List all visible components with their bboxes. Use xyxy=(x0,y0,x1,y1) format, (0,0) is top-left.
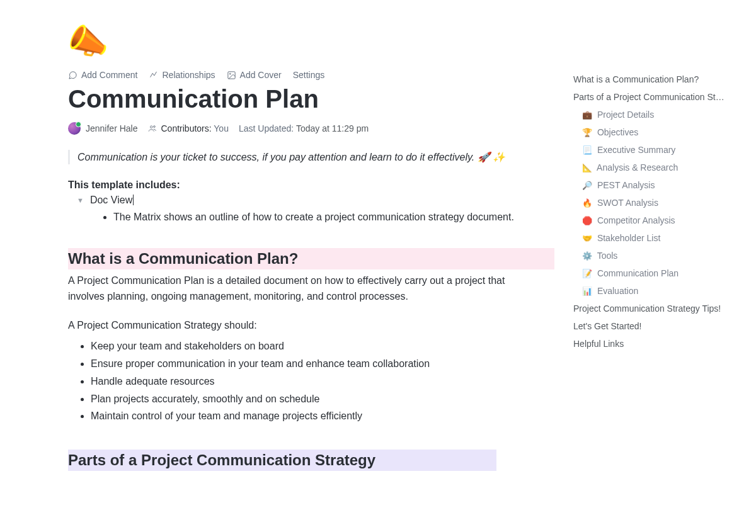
toc-link[interactable]: What is a Communication Plan? xyxy=(573,71,743,88)
toc-emoji-icon: 📊 xyxy=(582,286,592,296)
quote-block[interactable]: Communication is your ticket to success,… xyxy=(68,150,554,164)
doc-toolbar: Add Comment Relationships Add Cover Sett… xyxy=(68,70,554,80)
avatar xyxy=(68,122,81,135)
toc-emoji-icon: 📐 xyxy=(582,163,592,173)
relationships-label: Relationships xyxy=(162,70,215,80)
list-item[interactable]: The Matrix shows an outline of how to cr… xyxy=(113,210,554,225)
main-content: 📣 Add Comment Relationships Add Cover Se… xyxy=(0,0,573,532)
author-name: Jennifer Hale xyxy=(86,123,138,133)
section-heading-what-is[interactable]: What is a Communication Plan? xyxy=(68,248,554,269)
toc-sublink[interactable]: 📐 Analysis & Research xyxy=(573,159,743,176)
toc-emoji-icon: 🛑 xyxy=(582,216,592,225)
doc-view-label: Doc View xyxy=(90,195,134,206)
doc-meta: Jennifer Hale Contributors: You Last Upd… xyxy=(68,122,554,135)
toc-sublink[interactable]: 🔎 PEST Analysis xyxy=(573,176,743,194)
toc-emoji-icon: 💼 xyxy=(582,110,592,120)
toc-sublink[interactable]: 💼 Project Details xyxy=(573,106,743,123)
last-updated-label: Last Updated: xyxy=(239,123,294,133)
svg-point-3 xyxy=(153,126,155,128)
section1-para2[interactable]: A Project Communication Strategy should: xyxy=(68,318,534,334)
includes-list: The Matrix shows an outline of how to cr… xyxy=(68,210,554,225)
section1-para1[interactable]: A Project Communication Plan is a detail… xyxy=(68,273,534,305)
caret-down-icon: ▼ xyxy=(77,196,84,204)
toc-emoji-icon: 📃 xyxy=(582,145,592,155)
image-icon xyxy=(227,71,236,80)
svg-point-1 xyxy=(229,73,231,74)
toc-sublink[interactable]: 📝 Communication Plan xyxy=(573,264,743,282)
toc-emoji-icon: 📝 xyxy=(582,269,592,278)
toc-sublink[interactable]: 📃 Executive Summary xyxy=(573,141,743,159)
toc-emoji-icon: ⚙️ xyxy=(582,251,592,261)
add-comment-label: Add Comment xyxy=(81,70,137,80)
settings-label: Settings xyxy=(293,70,325,80)
template-includes-heading[interactable]: This template includes: xyxy=(68,179,554,191)
toc-link[interactable]: Project Communication Strategy Tips! xyxy=(573,300,743,317)
toc-link[interactable]: Helpful Links xyxy=(573,335,743,353)
toc-emoji-icon: 🏆 xyxy=(582,128,592,137)
doc-view-toggle[interactable]: ▼ Doc View xyxy=(68,195,554,206)
add-cover-label: Add Cover xyxy=(240,70,282,80)
svg-point-2 xyxy=(150,126,152,128)
toc-link[interactable]: Let's Get Started! xyxy=(573,317,743,335)
toc-link[interactable]: Parts of a Project Communication St… xyxy=(573,88,736,106)
contributors-label: Contributors: xyxy=(161,123,212,133)
toc-sublink[interactable]: ⚙️ Tools xyxy=(573,247,743,264)
list-item[interactable]: Handle adequate resources xyxy=(91,374,554,390)
toc-emoji-icon: 🔥 xyxy=(582,198,592,208)
doc-last-updated[interactable]: Last Updated: Today at 11:29 pm xyxy=(239,123,369,133)
relationships-icon xyxy=(149,71,158,80)
settings-button[interactable]: Settings xyxy=(293,70,325,80)
table-of-contents: What is a Communication Plan? Parts of a… xyxy=(573,0,756,532)
toc-sublink[interactable]: 🔥 SWOT Analysis xyxy=(573,194,743,212)
section-heading-parts[interactable]: Parts of a Project Communication Strateg… xyxy=(68,450,496,471)
toc-emoji-icon: 🤝 xyxy=(582,234,592,243)
add-cover-button[interactable]: Add Cover xyxy=(227,70,282,80)
page-title[interactable]: Communication Plan xyxy=(68,85,554,113)
list-item[interactable]: Plan projects accurately, smoothly and o… xyxy=(91,392,554,407)
comment-icon xyxy=(68,71,77,80)
relationships-button[interactable]: Relationships xyxy=(149,70,215,80)
add-comment-button[interactable]: Add Comment xyxy=(68,70,137,80)
contributors-value: You xyxy=(214,123,229,133)
doc-contributors[interactable]: Contributors: You xyxy=(148,123,229,133)
doc-author[interactable]: Jennifer Hale xyxy=(68,122,138,135)
list-item[interactable]: Ensure proper communication in your team… xyxy=(91,356,554,372)
toc-sublink[interactable]: 🏆 Objectives xyxy=(573,123,743,141)
strategy-should-list: Keep your team and stakeholders on board… xyxy=(68,339,554,424)
people-icon xyxy=(148,124,157,133)
megaphone-icon: 📣 xyxy=(66,21,111,63)
list-item[interactable]: Keep your team and stakeholders on board xyxy=(91,339,554,354)
toc-sublink[interactable]: 📊 Evaluation xyxy=(573,282,743,300)
list-item[interactable]: Maintain control of your team and manage… xyxy=(91,409,554,424)
toc-sublink[interactable]: 🛑 Competitor Analysis xyxy=(573,212,743,229)
last-updated-value: Today at 11:29 pm xyxy=(296,123,369,133)
toc-emoji-icon: 🔎 xyxy=(582,181,592,190)
toc-sublink[interactable]: 🤝 Stakeholder List xyxy=(573,229,743,247)
